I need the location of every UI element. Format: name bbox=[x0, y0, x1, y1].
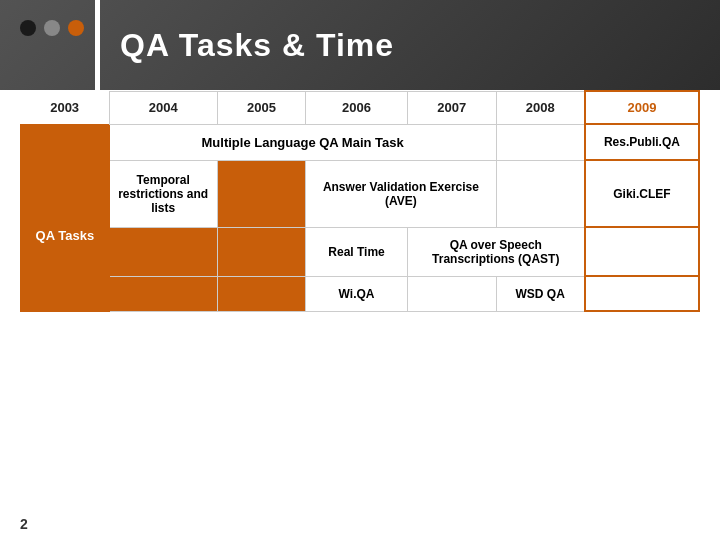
temporal-cell: Temporal restrictions and lists bbox=[109, 160, 217, 227]
wiqa-row: Wi.QA WSD QA bbox=[21, 276, 700, 311]
year-2003: 2003 bbox=[21, 91, 110, 124]
giki-clef-cell: Giki.CLEF bbox=[585, 160, 699, 227]
vertical-bar bbox=[95, 0, 100, 90]
wsd-qa-cell: WSD QA bbox=[496, 276, 585, 311]
empty-cell-4 bbox=[407, 276, 496, 311]
qa-tasks-label: QA Tasks bbox=[21, 160, 110, 311]
page-number: 2 bbox=[20, 516, 28, 532]
year-header-row: 2003 2004 2005 2006 2007 2008 2009 bbox=[21, 91, 700, 124]
orange-cell-5 bbox=[109, 276, 217, 311]
orange-cell-3 bbox=[109, 227, 217, 276]
wiqa-cell: Wi.QA bbox=[306, 276, 407, 311]
dot-2 bbox=[44, 20, 60, 36]
year-2007: 2007 bbox=[407, 91, 496, 124]
multi-lang-task: Multiple Language QA Main Task bbox=[109, 124, 496, 160]
year-2004: 2004 bbox=[109, 91, 217, 124]
year-2005: 2005 bbox=[217, 91, 306, 124]
empty-cell-1 bbox=[496, 124, 585, 160]
year-2009: 2009 bbox=[585, 91, 699, 124]
empty-cell-5 bbox=[585, 276, 699, 311]
orange-cell-2 bbox=[217, 160, 306, 227]
orange-cell-1 bbox=[21, 124, 110, 160]
temporal-row: QA Tasks Temporal restrictions and lists… bbox=[21, 160, 700, 227]
empty-cell-3 bbox=[585, 227, 699, 276]
main-content: 2003 2004 2005 2006 2007 2008 2009 Multi… bbox=[0, 90, 720, 322]
dot-1 bbox=[20, 20, 36, 36]
header-dots bbox=[20, 20, 84, 36]
ave-cell: Answer Validation Exercise (AVE) bbox=[306, 160, 496, 227]
orange-cell-4 bbox=[217, 227, 306, 276]
multi-lang-row: Multiple Language QA Main Task Res.Publi… bbox=[21, 124, 700, 160]
timeline-table: 2003 2004 2005 2006 2007 2008 2009 Multi… bbox=[20, 90, 700, 312]
year-2006: 2006 bbox=[306, 91, 407, 124]
empty-cell-2 bbox=[496, 160, 585, 227]
year-2008: 2008 bbox=[496, 91, 585, 124]
qast-cell: QA over Speech Transcriptions (QAST) bbox=[407, 227, 585, 276]
header: QA Tasks & Time bbox=[0, 0, 720, 90]
orange-cell-6 bbox=[217, 276, 306, 311]
real-time-row: Real Time QA over Speech Transcriptions … bbox=[21, 227, 700, 276]
dot-3 bbox=[68, 20, 84, 36]
real-time-cell: Real Time bbox=[306, 227, 407, 276]
page-title: QA Tasks & Time bbox=[120, 27, 394, 64]
res-publi-cell: Res.Publi.QA bbox=[585, 124, 699, 160]
